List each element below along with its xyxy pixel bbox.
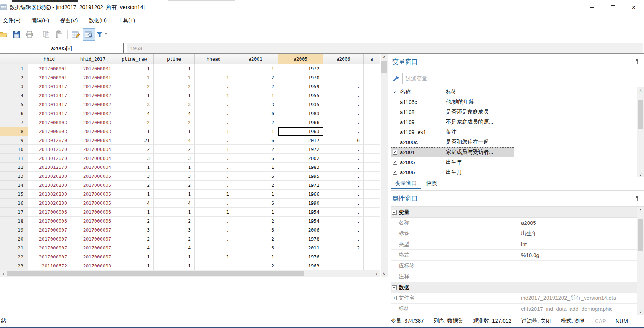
cell-a2005[interactable]: 1976: [278, 252, 323, 261]
cell-hhead[interactable]: .: [195, 109, 233, 118]
select-all-checkbox[interactable]: ✓: [393, 90, 397, 94]
variable-row-a2005[interactable]: ✓a2005出生年: [391, 157, 514, 167]
cell-hhid[interactable]: 2013020230: [28, 172, 71, 181]
cell-hhid_2017[interactable]: 2017000006: [71, 208, 115, 217]
cell-a[interactable]: [364, 136, 380, 145]
properties-scrollbar[interactable]: ∧ ∨: [637, 207, 644, 315]
collapse-box-icon[interactable]: −: [392, 210, 397, 215]
cell-a[interactable]: [364, 109, 380, 118]
menu-F[interactable]: 文件(F): [0, 17, 26, 24]
cell-a2006[interactable]: .: [323, 234, 364, 243]
cell-a2006[interactable]: .: [323, 163, 364, 172]
cell-pline_raw[interactable]: 1: [115, 208, 154, 217]
cell-pline_raw[interactable]: 4: [115, 109, 154, 118]
cell-a2005[interactable]: 1983: [278, 163, 323, 172]
cell-hhid_2017[interactable]: 2017000003: [71, 127, 115, 136]
cell-a2001[interactable]: 1: [233, 91, 278, 100]
cell-a2001[interactable]: 6: [233, 225, 278, 234]
cell-a2005[interactable]: 1990: [278, 199, 323, 208]
column-header-pline_raw[interactable]: pline_raw: [115, 54, 154, 64]
variable-row-a2001[interactable]: ✓a2001家庭成员与受访者...: [391, 147, 514, 157]
cell-hhid_2017[interactable]: 2017000008: [71, 261, 115, 270]
cell-pline_raw[interactable]: 3: [115, 225, 154, 234]
variable-row-a2000c[interactable]: a2000c是否和您住在一起: [391, 137, 514, 147]
cell-hhid[interactable]: 2017000001: [28, 73, 71, 82]
cell-a2005[interactable]: 1995: [278, 172, 323, 181]
property-section-数据[interactable]: −数据: [391, 282, 644, 293]
cell-a2005[interactable]: 1963: [278, 261, 323, 270]
column-header-hhid[interactable]: hhid: [28, 54, 71, 64]
cell-pline_raw[interactable]: 2: [115, 118, 154, 127]
name-column-header[interactable]: 名称: [399, 87, 443, 97]
cell-hhid[interactable]: 2017000007: [28, 234, 71, 243]
cell-pline[interactable]: 1: [154, 208, 195, 217]
column-header-hhead[interactable]: hhead: [195, 54, 233, 64]
cell-a[interactable]: [364, 199, 380, 208]
cell-a2006[interactable]: .: [323, 172, 364, 181]
property-section-变量[interactable]: −变量: [391, 207, 644, 218]
cell-a2006[interactable]: .: [323, 261, 364, 270]
cell-a[interactable]: [364, 163, 380, 172]
horizontal-scrollbar[interactable]: ‹ ›: [0, 270, 380, 277]
cell-hhid[interactable]: 2017000001: [28, 64, 71, 73]
cell-a[interactable]: [364, 82, 380, 91]
cell-a2005[interactable]: 2011: [278, 243, 323, 252]
cell-a2001[interactable]: 6: [233, 172, 278, 181]
cell-pline_raw[interactable]: 1: [115, 64, 154, 73]
cell-a2001[interactable]: 1: [233, 208, 278, 217]
cell-pline_raw[interactable]: 2: [115, 234, 154, 243]
variable-filter-input[interactable]: [402, 73, 640, 84]
open-button[interactable]: [0, 28, 10, 41]
cell-pline_raw[interactable]: 2: [115, 181, 154, 190]
column-header-a2006[interactable]: a2006: [323, 54, 364, 64]
cell-pline[interactable]: 4: [154, 109, 195, 118]
cell-a[interactable]: [364, 261, 380, 270]
cell-hhid[interactable]: 2017000003: [28, 127, 71, 136]
cell-a[interactable]: [364, 73, 380, 82]
collapse-box-icon[interactable]: −: [392, 285, 397, 290]
cell-a2006[interactable]: .: [323, 118, 364, 127]
scroll-right-arrow-icon[interactable]: ›: [373, 270, 380, 277]
cell-hhid[interactable]: 2013012670: [28, 163, 71, 172]
variable-checkbox[interactable]: ✓: [393, 170, 397, 175]
cell-hhid[interactable]: 2013012670: [28, 136, 71, 145]
cell-a2005[interactable]: 2017: [278, 136, 323, 145]
cell-hhid[interactable]: 2013020230: [28, 199, 71, 208]
horizontal-scroll-thumb[interactable]: [7, 271, 304, 276]
variable-row-a2006[interactable]: ✓a2006出生月: [391, 167, 514, 177]
row-number[interactable]: 12: [0, 163, 28, 172]
maximize-button[interactable]: [602, 0, 623, 14]
cell-hhid_2017[interactable]: 2017000004: [71, 154, 115, 163]
cell-hhid[interactable]: 2017000007: [28, 225, 71, 234]
row-number[interactable]: 1: [0, 64, 28, 73]
cell-a[interactable]: [364, 145, 380, 154]
cell-pline_raw[interactable]: 4: [115, 199, 154, 208]
row-number[interactable]: 4: [0, 91, 28, 100]
cell-pline[interactable]: 4: [154, 243, 195, 252]
variables-scrollbar[interactable]: ∧ ∨: [637, 87, 644, 177]
row-number[interactable]: 5: [0, 100, 28, 109]
row-number[interactable]: 19: [0, 225, 28, 234]
cell-a[interactable]: [364, 181, 380, 190]
cell-pline[interactable]: 3: [154, 100, 195, 109]
cell-a2005[interactable]: 1983: [278, 109, 323, 118]
cell-hhid_2017[interactable]: 2017000005: [71, 190, 115, 199]
row-number[interactable]: 6: [0, 109, 28, 118]
data-editor-button[interactable]: [70, 28, 82, 41]
variable-checkbox[interactable]: [393, 120, 397, 124]
cell-hhid[interactable]: 2013013417: [28, 109, 71, 118]
cell-pline[interactable]: 1: [154, 91, 195, 100]
column-header-a2005[interactable]: a2005: [278, 54, 323, 64]
cell-a2001[interactable]: 3: [233, 100, 278, 109]
data-browser-button[interactable]: [83, 28, 95, 41]
cell-pline_raw[interactable]: 3: [115, 100, 154, 109]
label-column-header[interactable]: 标签: [443, 89, 457, 95]
row-number[interactable]: 13: [0, 172, 28, 181]
cell-hhead[interactable]: 1: [195, 73, 233, 82]
cell-a2005[interactable]: 1966: [278, 190, 323, 199]
cell-pline_raw[interactable]: 1: [115, 252, 154, 261]
cell-a[interactable]: [364, 190, 380, 199]
cell-hhid[interactable]: 2013012670: [28, 154, 71, 163]
cell-a[interactable]: [364, 225, 380, 234]
cell-pline[interactable]: 1: [154, 127, 195, 136]
